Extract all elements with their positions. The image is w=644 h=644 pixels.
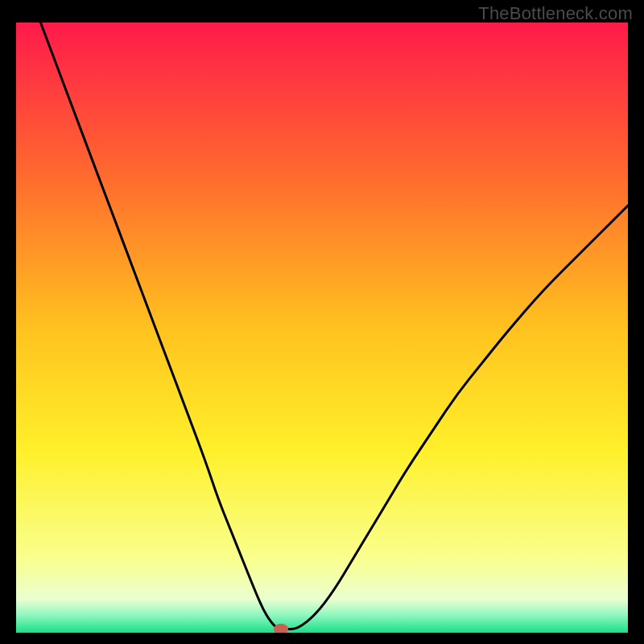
gradient-background xyxy=(16,23,628,633)
watermark-text: TheBottleneck.com xyxy=(478,3,633,24)
chart-frame: TheBottleneck.com xyxy=(0,0,644,644)
chart-svg xyxy=(16,23,628,633)
plot-area xyxy=(16,23,628,633)
